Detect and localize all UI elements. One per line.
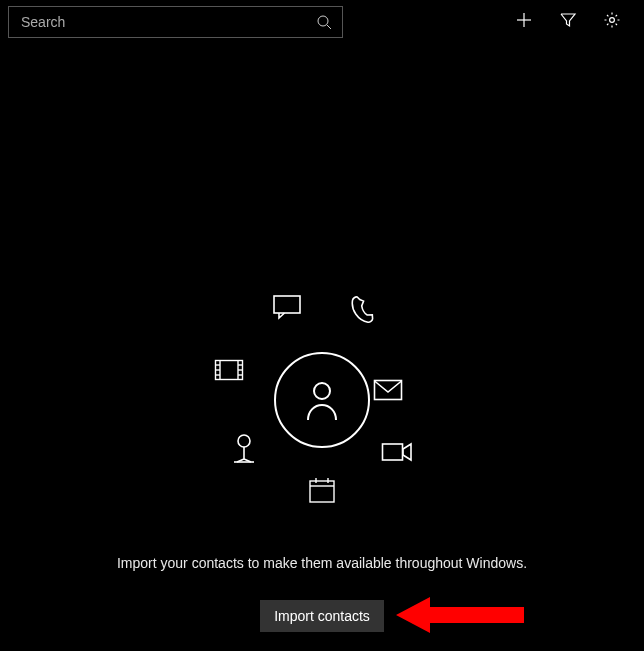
- search-box[interactable]: [8, 6, 343, 38]
- import-contacts-button[interactable]: Import contacts: [260, 600, 384, 632]
- video-icon: [381, 441, 413, 463]
- illustration: [322, 400, 323, 401]
- svg-rect-6: [274, 296, 300, 313]
- plus-icon: [516, 12, 532, 32]
- svg-marker-23: [403, 444, 411, 460]
- svg-point-5: [314, 383, 330, 399]
- gear-icon: [603, 11, 621, 33]
- map-pin-icon: [231, 432, 257, 464]
- svg-point-4: [610, 18, 615, 23]
- filter-icon: [559, 11, 577, 33]
- chat-icon: [272, 294, 302, 320]
- person-icon: [302, 378, 342, 422]
- search-input[interactable]: [19, 13, 316, 31]
- empty-state-message: Import your contacts to make them availa…: [0, 555, 644, 571]
- svg-rect-22: [383, 444, 403, 460]
- add-button[interactable]: [502, 2, 546, 42]
- mail-icon: [373, 379, 403, 401]
- film-icon: [214, 359, 244, 381]
- header: [0, 0, 644, 44]
- contact-ring: [274, 352, 370, 448]
- phone-icon: [348, 296, 376, 324]
- svg-rect-24: [310, 481, 334, 502]
- calendar-icon: [308, 476, 336, 504]
- filter-button[interactable]: [546, 2, 590, 42]
- svg-line-1: [327, 25, 331, 29]
- svg-point-17: [238, 435, 250, 447]
- search-icon: [316, 14, 332, 30]
- svg-point-0: [318, 16, 328, 26]
- settings-button[interactable]: [590, 2, 634, 42]
